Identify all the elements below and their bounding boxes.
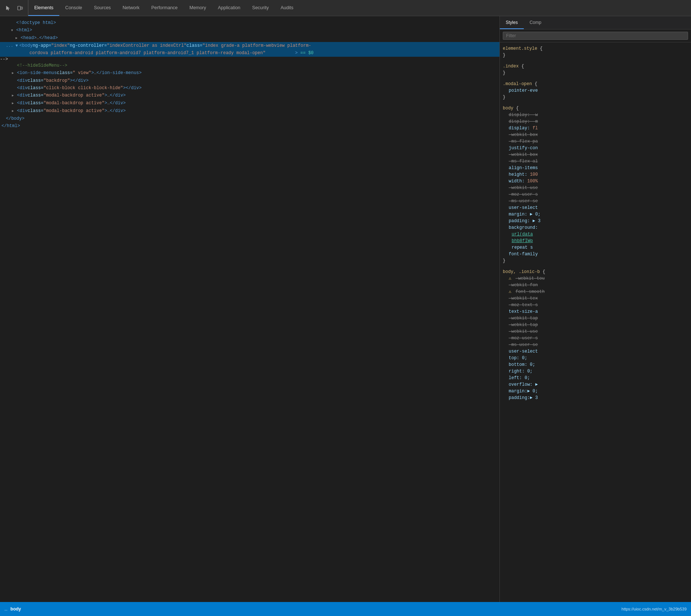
tab-elements[interactable]: Elements [28, 0, 59, 16]
status-breadcrumb: body [10, 606, 21, 612]
expand-arrow[interactable] [12, 69, 17, 77]
svg-rect-1 [21, 7, 22, 9]
dom-line-modal-backdrop-3[interactable]: <div class="modal-backdrop active" > … <… [0, 107, 499, 115]
styles-filter-bar [500, 29, 691, 42]
expand-arrow[interactable] [12, 99, 17, 107]
expand-arrow[interactable] [12, 92, 17, 99]
css-rule-body-ionic: body, .ionic-b { ⚠ -webkit-tou -webkit-f… [503, 269, 688, 401]
status-dots: ... [4, 607, 7, 611]
dom-panel[interactable]: <!doctype html> <html> <head> … </head> … [0, 16, 499, 602]
expand-arrow[interactable] [12, 107, 17, 115]
styles-tab-styles[interactable]: Styles [500, 16, 524, 29]
cursor-tool-button[interactable] [3, 3, 13, 13]
svg-rect-0 [18, 6, 21, 10]
dom-line-html-open[interactable]: <html> [0, 27, 499, 34]
dom-line-html-close[interactable]: </html> [0, 122, 499, 130]
dom-line-modal-backdrop-2[interactable]: <div class="modal-backdrop active" > … <… [0, 99, 499, 107]
dom-line-modal-backdrop-1[interactable]: <div class="modal-backdrop active" > … <… [0, 92, 499, 99]
tab-performance[interactable]: Performance [145, 0, 184, 16]
tab-console[interactable]: Console [59, 0, 88, 16]
dom-line-head[interactable]: <head> … </head> [0, 34, 499, 42]
dom-line-comment[interactable]: <!--hideSideMenu--> [0, 62, 499, 69]
styles-filter-input[interactable] [503, 32, 688, 40]
css-rule-modal-open: .modal-open { pointer-eve } [503, 81, 688, 101]
tab-memory[interactable]: Memory [183, 0, 212, 16]
css-rule-index: .index { } [503, 63, 688, 76]
dom-line-doctype[interactable]: <!doctype html> [0, 19, 499, 27]
dom-line-clickblock[interactable]: <div class="click-block click-block-hide… [0, 84, 499, 92]
devtools-main: <!doctype html> <html> <head> … </head> … [0, 16, 691, 602]
tab-bar: Elements Console Sources Network Perform… [28, 0, 299, 16]
toolbar-icons [0, 0, 28, 16]
tab-security[interactable]: Security [246, 0, 275, 16]
styles-tab-computed[interactable]: Comp [524, 16, 547, 29]
status-bar: ... body https://uioc.csdn.net/m_v_3b29b… [0, 602, 691, 616]
expand-arrow[interactable] [11, 27, 16, 34]
tab-network[interactable]: Network [117, 0, 145, 16]
dom-line-backdrop[interactable]: <div class="backdrop" ></div> [0, 77, 499, 84]
dom-line-body-close[interactable]: </body> [0, 115, 499, 122]
tab-audits[interactable]: Audits [275, 0, 299, 16]
styles-content: element.style { } .index { } .modal-open… [500, 42, 691, 602]
device-toggle-button[interactable] [15, 3, 25, 13]
dom-line-body-selected[interactable]: ... ▼ <body ng-app="index" ng-controller… [0, 42, 499, 57]
devtools-toolbar: Elements Console Sources Network Perform… [0, 0, 691, 16]
styles-tabs: Styles Comp [500, 16, 691, 29]
styles-panel: Styles Comp element.style { } .index [499, 16, 691, 602]
expand-arrow-head[interactable] [15, 34, 21, 42]
css-rule-body: body { display: -w display: -m display: … [503, 105, 688, 264]
status-url: https://uioc.csdn.net/m_v_3b29b539 [621, 607, 687, 611]
dom-line-ion-side-menus[interactable]: <ion-side-menus class=" view" > … </ion-… [0, 69, 499, 77]
tab-application[interactable]: Application [212, 0, 246, 16]
tab-sources[interactable]: Sources [88, 0, 117, 16]
css-rule-element-style: element.style { } [503, 45, 688, 59]
